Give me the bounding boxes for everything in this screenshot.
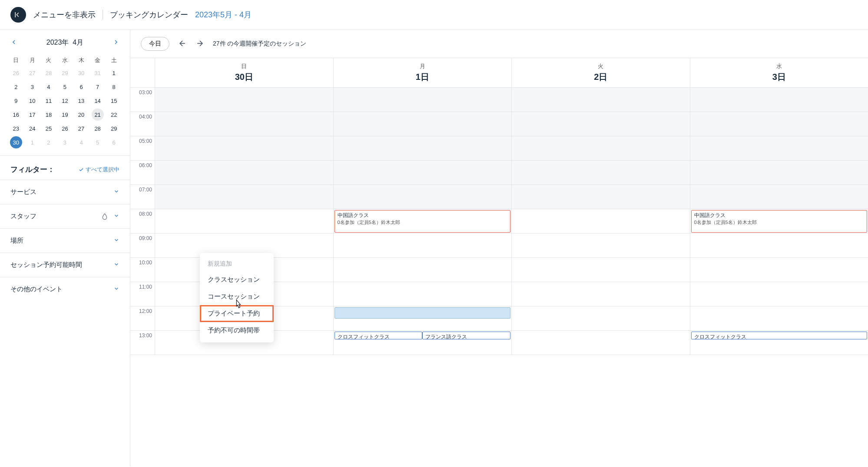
mini-cal-day[interactable]: 27 <box>26 67 38 79</box>
hour-cell[interactable] <box>334 161 512 185</box>
hour-cell[interactable] <box>512 161 690 185</box>
mini-cal-day[interactable]: 30 <box>10 136 22 148</box>
mini-cal-day[interactable]: 4 <box>43 81 55 93</box>
hour-cell[interactable] <box>512 258 690 282</box>
filter-item[interactable]: スタッフ <box>0 204 130 228</box>
mini-cal-day[interactable]: 10 <box>26 95 38 107</box>
mini-cal-day[interactable]: 1 <box>108 67 120 79</box>
mini-cal-day[interactable]: 5 <box>59 81 71 93</box>
mini-cal-day[interactable]: 11 <box>43 95 55 107</box>
hour-cell[interactable] <box>512 136 690 161</box>
mini-cal-day[interactable]: 16 <box>10 109 22 121</box>
hour-cell[interactable] <box>690 234 868 258</box>
calendar-event[interactable]: クロスフィットクラス <box>691 332 868 339</box>
mini-cal-day[interactable]: 6 <box>75 81 87 93</box>
hour-cell[interactable] <box>334 234 512 258</box>
calendar-event[interactable]: 中国語クラス0名参加（定員5名）鈴木太郎 <box>335 210 511 233</box>
mini-cal-day[interactable]: 5 <box>92 136 104 148</box>
hour-cell[interactable] <box>512 306 690 331</box>
context-menu-item[interactable]: クラスセッション <box>200 271 274 288</box>
mini-cal-day[interactable]: 19 <box>59 109 71 121</box>
mini-cal-day[interactable]: 1 <box>26 136 38 148</box>
filter-select-all[interactable]: すべて選択中 <box>79 166 119 174</box>
day-column[interactable]: 中国語クラス0名参加（定員5名）鈴木太郎クロスフィットクラスフランス語クラス <box>333 88 512 355</box>
mini-cal-day[interactable]: 15 <box>108 95 120 107</box>
collapse-menu-button[interactable] <box>10 7 26 23</box>
hour-cell[interactable] <box>512 209 690 234</box>
hour-cell[interactable] <box>155 136 333 161</box>
context-menu-item[interactable]: 予約不可の時間帯 <box>200 322 274 339</box>
hour-cell[interactable] <box>155 185 333 209</box>
mini-cal-day[interactable]: 6 <box>108 136 120 148</box>
mini-cal-day[interactable]: 21 <box>92 109 104 121</box>
hour-cell[interactable] <box>690 306 868 331</box>
hour-cell[interactable] <box>690 282 868 306</box>
filter-item[interactable]: 場所 <box>0 228 130 253</box>
hour-cell[interactable] <box>512 185 690 209</box>
calendar-event[interactable]: フランス語クラス <box>422 332 510 339</box>
mini-cal-day[interactable]: 26 <box>10 67 22 79</box>
filter-item[interactable]: セッション予約可能時間 <box>0 253 130 277</box>
hour-cell[interactable] <box>690 185 868 209</box>
mini-cal-day[interactable]: 3 <box>26 81 38 93</box>
mini-cal-day[interactable]: 20 <box>75 109 87 121</box>
mini-cal-day[interactable]: 9 <box>10 95 22 107</box>
calendar-event[interactable]: 中国語クラス0名参加（定員5名）鈴木太郎 <box>691 210 868 233</box>
mini-cal-day[interactable]: 3 <box>59 136 71 148</box>
hour-cell[interactable] <box>690 112 868 136</box>
mini-cal-day[interactable]: 29 <box>108 122 120 135</box>
mini-cal-day[interactable]: 2 <box>43 136 55 148</box>
mini-cal-day[interactable]: 22 <box>108 109 120 121</box>
mini-cal-day[interactable]: 25 <box>43 122 55 135</box>
mini-cal-day[interactable]: 12 <box>59 95 71 107</box>
hide-menu-label[interactable]: メニューを非表示 <box>33 10 96 20</box>
hour-cell[interactable] <box>334 282 512 306</box>
hour-cell[interactable] <box>512 282 690 306</box>
day-column[interactable]: 中国語クラス0名参加（定員5名）鈴木太郎クロスフィットクラス <box>690 88 868 355</box>
mini-cal-day[interactable]: 4 <box>75 136 87 148</box>
hour-cell[interactable] <box>512 331 690 355</box>
mini-cal-day[interactable]: 24 <box>26 122 38 135</box>
mini-cal-day[interactable]: 13 <box>75 95 87 107</box>
hour-cell[interactable] <box>334 136 512 161</box>
mini-cal-day[interactable]: 28 <box>43 67 55 79</box>
hour-cell[interactable] <box>155 112 333 136</box>
hour-cell[interactable] <box>334 185 512 209</box>
hour-cell[interactable] <box>690 161 868 185</box>
mini-cal-day[interactable]: 30 <box>75 67 87 79</box>
hour-cell[interactable] <box>155 161 333 185</box>
hour-cell[interactable] <box>690 88 868 112</box>
mini-cal-prev[interactable] <box>9 37 19 49</box>
mini-cal-day[interactable]: 29 <box>59 67 71 79</box>
mini-cal-next[interactable] <box>111 37 121 49</box>
filter-item[interactable]: サービス <box>0 180 130 204</box>
mini-cal-day[interactable]: 27 <box>75 122 87 135</box>
hour-cell[interactable] <box>690 136 868 161</box>
day-column[interactable] <box>511 88 690 355</box>
prev-week[interactable] <box>178 39 187 49</box>
mini-cal-day[interactable]: 18 <box>43 109 55 121</box>
week-calendar[interactable]: 日30日月1日火2日水3日 03:0004:0005:0006:0007:000… <box>130 58 868 467</box>
mini-cal-day[interactable]: 8 <box>108 81 120 93</box>
hour-cell[interactable] <box>512 88 690 112</box>
hour-cell[interactable] <box>334 258 512 282</box>
mini-cal-day[interactable]: 31 <box>92 67 104 79</box>
mini-cal-day[interactable]: 28 <box>92 122 104 135</box>
hour-cell[interactable] <box>155 88 333 112</box>
mini-cal-day[interactable]: 7 <box>92 81 104 93</box>
next-week[interactable] <box>195 39 204 49</box>
hour-cell[interactable] <box>690 258 868 282</box>
calendar-event[interactable]: クロスフィットクラス <box>335 332 423 339</box>
today-button[interactable]: 今日 <box>141 37 169 51</box>
hour-cell[interactable] <box>334 88 512 112</box>
hour-cell[interactable] <box>512 112 690 136</box>
mini-cal-day[interactable]: 17 <box>26 109 38 121</box>
filter-item[interactable]: その他のイベント <box>0 277 130 301</box>
hour-cell[interactable] <box>334 112 512 136</box>
mini-cal-day[interactable]: 14 <box>92 95 104 107</box>
hour-cell[interactable] <box>155 209 333 234</box>
mini-cal-day[interactable]: 2 <box>10 81 22 93</box>
hour-cell[interactable] <box>512 234 690 258</box>
selected-slot[interactable] <box>335 307 511 319</box>
mini-cal-day[interactable]: 23 <box>10 122 22 135</box>
